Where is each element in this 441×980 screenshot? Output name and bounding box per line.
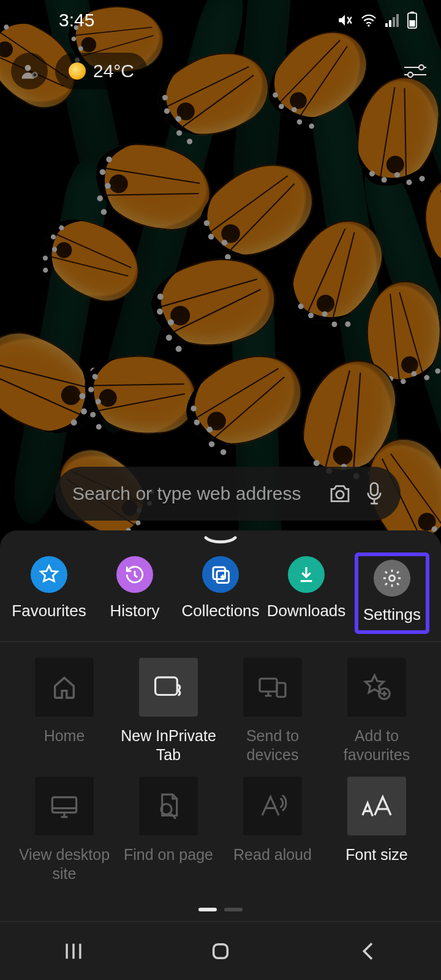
action-label: Find on page [124, 845, 213, 864]
history-icon [116, 556, 153, 593]
inprivate-icon [153, 674, 184, 701]
status-bar: 3:45 [0, 0, 441, 40]
svg-point-20 [389, 575, 394, 581]
menu-label: Downloads [267, 601, 346, 620]
read-aloud-icon [258, 793, 287, 820]
action-font-size[interactable]: Font size [327, 777, 426, 892]
status-time: 3:45 [59, 10, 94, 31]
mute-icon [337, 12, 353, 28]
action-label: Add to favourites [327, 726, 426, 765]
menu-label: History [110, 601, 160, 620]
action-view-desktop-site[interactable]: View desktop site [15, 777, 114, 892]
menu-label: Settings [363, 605, 421, 624]
overflow-menu-sheet: Favourites History Collections Downloads [0, 530, 441, 980]
action-label: Send to devices [223, 726, 322, 765]
system-nav-bar [0, 921, 441, 980]
svg-rect-9 [409, 20, 415, 27]
action-home[interactable]: Home [15, 658, 114, 773]
sheet-grab-handle[interactable] [203, 535, 238, 545]
weather-chip[interactable]: 24°C [55, 53, 148, 89]
action-label: Font size [345, 845, 407, 864]
nav-home[interactable] [184, 941, 257, 962]
menu-label: Favourites [12, 601, 86, 620]
profile-chip[interactable] [11, 53, 48, 89]
signal-icon [385, 13, 399, 27]
svg-rect-25 [52, 797, 76, 813]
sun-icon [69, 62, 86, 80]
nav-back[interactable] [331, 941, 404, 962]
svg-point-10 [25, 65, 31, 71]
voice-search-icon[interactable] [365, 482, 383, 505]
customize-feed-icon[interactable] [401, 56, 430, 86]
action-new-inprivate-tab[interactable]: New InPrivate Tab [119, 658, 218, 773]
svg-rect-5 [393, 17, 395, 27]
menu-label: Collections [181, 601, 259, 620]
action-label: Home [44, 726, 85, 745]
action-find-on-page[interactable]: Find on page [119, 777, 218, 892]
nav-recents[interactable] [37, 942, 110, 960]
collections-icon [202, 556, 239, 593]
svg-point-2 [368, 24, 370, 27]
devices-icon [257, 674, 288, 700]
menu-downloads[interactable]: Downloads [267, 556, 345, 628]
battery-icon [407, 12, 418, 29]
action-send-to-devices[interactable]: Send to devices [223, 658, 322, 773]
camera-search-icon[interactable] [328, 483, 352, 504]
menu-settings[interactable]: Settings [353, 556, 431, 628]
svg-rect-23 [277, 683, 285, 697]
svg-rect-21 [156, 677, 178, 695]
menu-collections[interactable]: Collections [181, 556, 260, 628]
page-indicator [0, 903, 441, 921]
svg-point-16 [336, 491, 344, 498]
wifi-icon [360, 13, 377, 27]
menu-history[interactable]: History [96, 556, 174, 628]
star-plus-icon [361, 673, 392, 701]
search-placeholder: Search or type web address [72, 483, 315, 504]
download-icon [288, 556, 325, 593]
svg-rect-4 [389, 20, 391, 27]
svg-rect-6 [396, 14, 399, 27]
find-icon [154, 791, 183, 821]
font-size-icon [360, 793, 394, 820]
svg-rect-22 [260, 679, 277, 692]
star-icon [31, 556, 67, 593]
svg-rect-30 [214, 944, 228, 958]
svg-rect-3 [385, 23, 388, 27]
gear-icon [374, 560, 410, 597]
svg-rect-17 [371, 483, 378, 495]
home-icon [50, 673, 78, 701]
action-add-to-favourites[interactable]: Add to favourites [327, 658, 426, 773]
weather-temp: 24°C [93, 61, 134, 81]
desktop-icon [49, 793, 80, 820]
address-search-bar[interactable]: Search or type web address [55, 467, 401, 521]
svg-point-15 [408, 72, 413, 77]
svg-point-13 [419, 65, 424, 70]
action-label: Read aloud [233, 845, 312, 864]
svg-rect-8 [410, 12, 415, 13]
action-read-aloud[interactable]: Read aloud [223, 777, 322, 892]
action-label: New InPrivate Tab [119, 726, 218, 765]
menu-favourites[interactable]: Favourites [10, 556, 88, 628]
tutorial-highlight: Settings [355, 552, 429, 634]
action-label: View desktop site [15, 845, 114, 884]
